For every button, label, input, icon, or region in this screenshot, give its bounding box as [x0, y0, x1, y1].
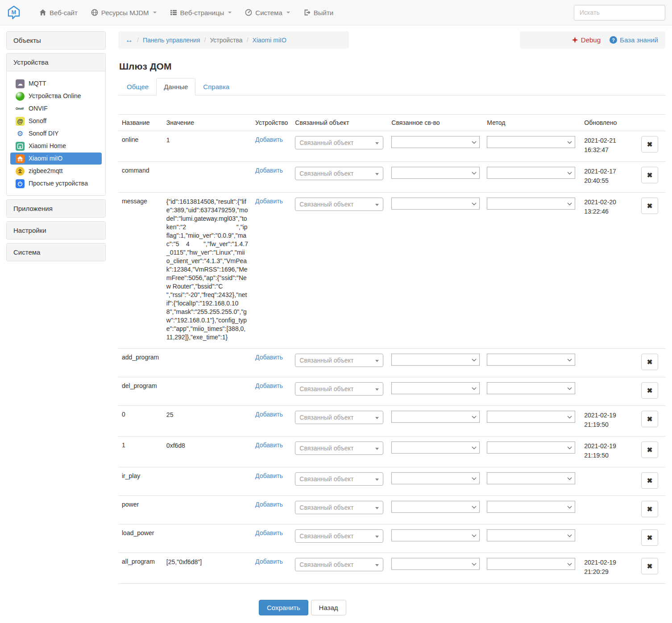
linked-object-select[interactable]: Связанный объект	[295, 411, 383, 424]
linked-property-select[interactable]	[391, 441, 480, 454]
property-value: {"id":1613814508,"result":{"life":389,"u…	[163, 193, 252, 349]
method-select[interactable]	[487, 558, 575, 570]
delete-button[interactable]: ✖	[641, 411, 658, 427]
sidebar-item-onvif[interactable]: Onvif ONVIF	[10, 103, 102, 115]
add-device-link[interactable]: Добавить	[255, 472, 283, 479]
x-icon: ✖	[647, 446, 653, 453]
add-device-link[interactable]: Добавить	[255, 136, 283, 143]
linked-object-select[interactable]: Связанный объект	[295, 472, 383, 486]
linked-property-select[interactable]	[391, 136, 480, 148]
delete-button[interactable]: ✖	[641, 529, 658, 546]
method-select[interactable]	[487, 382, 575, 394]
method-select[interactable]	[487, 354, 575, 366]
knowledge-base-link[interactable]: ? База знаний	[610, 36, 658, 44]
xiaomi-miio-icon	[16, 154, 25, 163]
sidebar-item-sonoff[interactable]: @ Sonoff	[10, 115, 102, 127]
sidebar-item-mqtt[interactable]: ☁ MQTT	[10, 78, 102, 90]
linked-object-select[interactable]: Связанный объект	[295, 529, 383, 543]
add-device-link[interactable]: Добавить	[255, 382, 283, 389]
save-button[interactable]: Сохранить	[259, 600, 308, 615]
add-device-link[interactable]: Добавить	[255, 529, 283, 536]
list-icon	[170, 9, 177, 16]
method-select[interactable]	[487, 198, 575, 210]
breadcrumb-control-panel[interactable]: Панель управления	[143, 37, 200, 44]
nav-website[interactable]: Веб-сайт	[33, 4, 83, 21]
delete-button[interactable]: ✖	[641, 198, 658, 214]
method-select[interactable]	[487, 411, 575, 423]
delete-button[interactable]: ✖	[641, 354, 658, 370]
resize-arrows-icon[interactable]: ↔	[125, 36, 133, 44]
nav-resources-mjdm[interactable]: Ресурсы MJDM	[85, 4, 162, 21]
linked-object-select[interactable]: Связанный объект	[295, 558, 383, 571]
linked-object-select[interactable]: Связанный объект	[295, 136, 383, 149]
sidebar-item-xiaomi-miio[interactable]: Xiaomi miIO	[10, 153, 102, 165]
linked-property-select[interactable]	[391, 558, 480, 570]
delete-button[interactable]: ✖	[641, 501, 658, 517]
back-button[interactable]: Назад	[311, 600, 346, 615]
linked-object-select[interactable]: Связанный объект	[295, 354, 383, 367]
method-select[interactable]	[487, 529, 575, 541]
linked-property-select[interactable]	[391, 167, 480, 179]
add-device-link[interactable]: Добавить	[255, 198, 283, 205]
nav-system[interactable]: Система	[239, 4, 295, 21]
chevron-down-icon	[375, 142, 379, 144]
linked-property-select[interactable]	[391, 382, 480, 394]
linked-property-select[interactable]	[391, 354, 480, 366]
linked-object-select[interactable]: Связанный объект	[295, 167, 383, 180]
chevron-down-icon	[375, 388, 379, 391]
sidebar-item-simple-devices[interactable]: Простые устройства	[10, 177, 102, 190]
chevron-down-icon	[375, 479, 379, 481]
linked-property-select[interactable]	[391, 411, 480, 423]
sidebar-panel-apps-header[interactable]: Приложения	[7, 200, 105, 217]
method-select[interactable]	[487, 472, 575, 484]
tab-general[interactable]: Общее	[119, 78, 156, 95]
sidebar-panel-objects-header[interactable]: Объекты	[7, 32, 105, 49]
add-device-link[interactable]: Добавить	[255, 411, 283, 418]
linked-object-select[interactable]: Связанный объект	[295, 501, 383, 514]
search-input[interactable]	[574, 5, 665, 21]
navbar-menu: Веб-сайт Ресурсы MJDM Веб-страницы Систе…	[33, 4, 339, 21]
linked-object-select[interactable]: Связанный объект	[295, 441, 383, 455]
add-device-link[interactable]: Добавить	[255, 558, 283, 565]
debug-link[interactable]: Debug	[572, 36, 601, 44]
breadcrumb-xiaomi-miio[interactable]: Xiaomi miIO	[253, 37, 286, 44]
sidebar-item-devices-online[interactable]: Устройства Online	[10, 90, 102, 102]
col-header-value: Значение	[163, 115, 252, 131]
add-device-link[interactable]: Добавить	[255, 167, 283, 174]
delete-button[interactable]: ✖	[641, 472, 658, 489]
property-name: ir_play	[118, 467, 163, 496]
sidebar-item-sonoff-diy[interactable]: ⚙ Sonoff DIY	[10, 128, 102, 140]
linked-object-select[interactable]: Связанный объект	[295, 198, 383, 211]
method-select[interactable]	[487, 167, 575, 179]
delete-button[interactable]: ✖	[641, 136, 658, 153]
linked-property-select[interactable]	[391, 198, 480, 210]
delete-button[interactable]: ✖	[641, 558, 658, 574]
delete-button[interactable]: ✖	[641, 441, 658, 458]
tab-help[interactable]: Справка	[195, 78, 237, 95]
add-device-link[interactable]: Добавить	[255, 354, 283, 361]
delete-button[interactable]: ✖	[641, 167, 658, 183]
method-select[interactable]	[487, 136, 575, 148]
property-value	[163, 467, 252, 496]
breadcrumb-devices[interactable]: Устройства	[210, 37, 242, 44]
updated-timestamp	[581, 467, 638, 496]
brand-logo[interactable]: M	[7, 5, 21, 20]
linked-property-select[interactable]	[391, 472, 480, 484]
linked-object-select[interactable]: Связанный объект	[295, 382, 383, 396]
sidebar-panel-settings-header[interactable]: Настройки	[7, 222, 105, 239]
sidebar-panel-system-header[interactable]: Система	[7, 243, 105, 261]
method-select[interactable]	[487, 441, 575, 454]
add-device-link[interactable]: Добавить	[255, 501, 283, 508]
tab-data[interactable]: Данные	[156, 78, 195, 95]
sidebar-item-zigbee2mqtt[interactable]: zigbee2mqtt	[10, 165, 102, 177]
linked-property-select[interactable]	[391, 501, 480, 513]
add-device-link[interactable]: Добавить	[255, 441, 283, 449]
sidebar-item-xiaomi-home[interactable]: Xiaomi Home	[10, 140, 102, 152]
linked-property-select[interactable]	[391, 529, 480, 541]
sidebar-panel-devices-header[interactable]: Устройства	[7, 54, 105, 71]
nav-logout[interactable]: Выйти	[298, 4, 339, 21]
properties-table: Название Значение Устройство Связанный о…	[118, 114, 665, 584]
delete-button[interactable]: ✖	[641, 382, 658, 399]
nav-webpages[interactable]: Веб-страницы	[164, 4, 238, 21]
method-select[interactable]	[487, 501, 575, 513]
